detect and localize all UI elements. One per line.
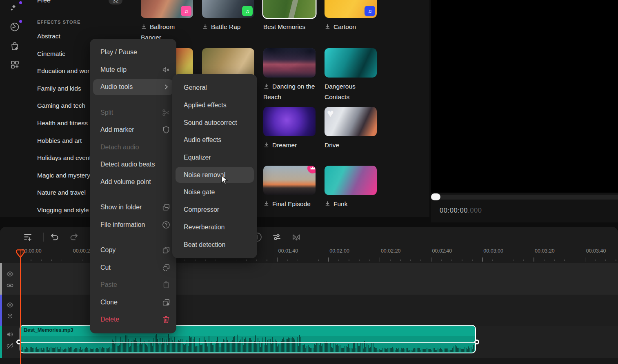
- library-item-selected[interactable]: Best Memories: [263, 0, 316, 32]
- volume-line[interactable]: [20, 342, 475, 343]
- waveform-bar: [188, 346, 189, 352]
- waveform-bar: [450, 350, 451, 352]
- library-item-label: Drive: [325, 140, 377, 151]
- submenu-item-sound-autocorrect[interactable]: Sound autocorrect: [172, 114, 257, 131]
- playhead-marker[interactable]: [16, 249, 25, 260]
- audio-speaker-icon[interactable]: [6, 331, 14, 338]
- waveform-bar: [207, 346, 208, 353]
- audio-clip-best-memories[interactable]: Best_Memories.mp3: [20, 325, 476, 353]
- waveform-bar: [413, 348, 414, 352]
- visibility-eye-icon[interactable]: [6, 270, 14, 278]
- menu-item-file-information[interactable]: File information: [90, 216, 176, 234]
- menu-item-audio-tools[interactable]: Audio tools: [90, 78, 176, 96]
- waveform-bar: [125, 335, 126, 352]
- menu-item-play-pause[interactable]: Play / Pause: [90, 44, 176, 61]
- submenu-item-beat-detection[interactable]: Beat detection: [172, 236, 257, 253]
- effects-store-bag-icon[interactable]: [9, 40, 21, 53]
- library-item[interactable]: Funk: [325, 166, 377, 209]
- waveform-bar: [51, 347, 51, 352]
- submenu-item-reverberation[interactable]: Reverberation: [172, 219, 257, 236]
- add-transition-icon[interactable]: [291, 232, 302, 243]
- menu-item-clone[interactable]: Clone: [90, 294, 176, 311]
- menu-item-add-marker[interactable]: Add marker: [90, 121, 176, 139]
- menu-item-add-volume-point[interactable]: Add volume point: [90, 173, 176, 191]
- library-item[interactable]: ♫ Battle Rap: [202, 0, 254, 32]
- library-thumbnail: [263, 107, 316, 136]
- waveform-bar: [409, 350, 410, 352]
- library-item[interactable]: Dangerous Contacts: [325, 48, 377, 102]
- add-to-timeline-icon[interactable]: [22, 232, 34, 243]
- library-item[interactable]: ♥ Drive: [325, 107, 377, 151]
- preview-seek-bar[interactable]: [431, 195, 618, 200]
- waveform-bar: [140, 338, 141, 352]
- library-item[interactable]: Dancing on the Beach: [263, 48, 316, 102]
- library-item[interactable]: [202, 48, 254, 78]
- library-item[interactable]: Dreamer: [263, 107, 316, 151]
- waveform-bar: [157, 339, 158, 352]
- waveform-bar: [95, 349, 96, 352]
- menu-item-mute-clip[interactable]: Mute clip: [90, 61, 176, 79]
- unlink-crossed-icon[interactable]: [6, 342, 14, 350]
- submenu-item-applied-effects[interactable]: Applied effects: [172, 97, 257, 114]
- submenu-item-noise-gate[interactable]: Noise gate: [172, 184, 257, 201]
- effects-burst-icon[interactable]: [6, 312, 14, 320]
- waveform-bar: [397, 349, 398, 352]
- submenu-item-equalizer[interactable]: Equalizer: [172, 149, 257, 166]
- menu-item-show-in-folder[interactable]: Show in folder: [90, 199, 176, 216]
- redo-icon[interactable]: [69, 232, 80, 243]
- waveform-bar: [444, 348, 445, 352]
- waveform-bar: [177, 342, 178, 352]
- waveform-bar: [308, 345, 309, 352]
- library-item[interactable]: ♫ Ballroom Banger: [141, 0, 193, 43]
- menu-item-copy[interactable]: Copy: [90, 242, 176, 259]
- magic-effects-icon[interactable]: [9, 2, 21, 15]
- submenu-item-general[interactable]: General: [172, 79, 257, 97]
- menu-item-delete[interactable]: Delete: [90, 311, 176, 328]
- marker-shield-icon: [162, 125, 171, 134]
- waveform-bar: [183, 344, 184, 353]
- waveform-bar: [98, 349, 99, 352]
- playhead-line[interactable]: [20, 250, 21, 364]
- waveform-bar: [417, 348, 418, 352]
- preview-seek-handle[interactable]: [431, 193, 440, 200]
- volume-handle-right[interactable]: [474, 340, 479, 344]
- library-item[interactable]: ♫ Cartoon: [325, 0, 377, 32]
- library-item-label: Funk: [325, 199, 377, 209]
- waveform-bar: [97, 348, 98, 353]
- waveform-bar: [357, 343, 358, 352]
- waveform-bar: [365, 347, 366, 352]
- waveform-bar: [256, 344, 257, 352]
- waveform-bar: [155, 335, 156, 352]
- waveform-bar: [369, 348, 370, 352]
- menu-separator: [90, 96, 176, 104]
- ruler-tick: [482, 257, 483, 262]
- clip-properties-sliders-icon[interactable]: [271, 232, 283, 243]
- undo-icon[interactable]: [49, 232, 61, 243]
- visibility-eye-icon[interactable]: [6, 301, 14, 309]
- ruler-tick: [492, 260, 493, 261]
- submenu-item-noise-removal[interactable]: Noise removal: [172, 166, 257, 184]
- waveform-bar: [96, 348, 97, 352]
- waveform-bar: [220, 347, 220, 352]
- submenu-item-audio-effects[interactable]: Audio effects: [172, 131, 257, 149]
- waveform-bar: [449, 350, 449, 352]
- waveform-bar: [472, 349, 473, 352]
- menu-item-cut[interactable]: Cut: [90, 259, 176, 277]
- waveform-bar: [310, 348, 311, 352]
- waveform-bar: [401, 348, 402, 352]
- waveform-bar: [101, 348, 102, 352]
- library-item[interactable]: Final Episode: [263, 166, 316, 209]
- waveform-bar: [384, 348, 385, 352]
- recents-clock-icon[interactable]: [9, 21, 21, 33]
- link-chain-icon[interactable]: [6, 282, 14, 289]
- add-ons-grid-icon[interactable]: [9, 59, 21, 71]
- waveform-bar: [271, 344, 272, 352]
- menu-item-detect-audio-beats[interactable]: Detect audio beats: [90, 156, 176, 173]
- music-note-badge-icon: ♫: [181, 6, 191, 16]
- waveform-bar: [111, 348, 111, 352]
- sidebar-item-free[interactable]: Free 32: [37, 0, 127, 7]
- ruler-label: 00:02:40: [432, 248, 452, 254]
- waveform-bar: [440, 348, 441, 353]
- waveform-bar: [250, 338, 251, 352]
- submenu-item-compressor[interactable]: Compressor: [172, 201, 257, 219]
